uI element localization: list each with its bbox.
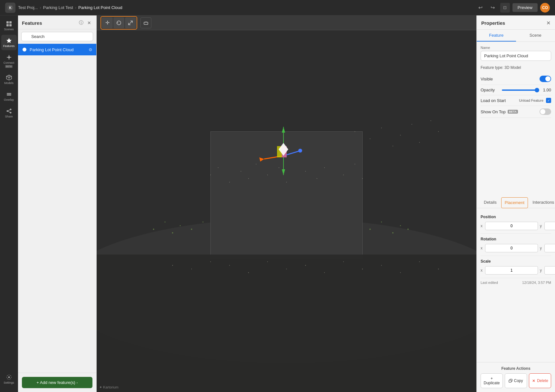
undo-button[interactable]: ↩ <box>476 3 485 13</box>
properties-tabs: Feature Scene <box>477 30 555 42</box>
sidebar-item-share[interactable]: Share <box>1 105 17 121</box>
name-label: Name <box>481 46 551 50</box>
name-section: Name <box>481 46 551 61</box>
svg-point-26 <box>419 142 420 143</box>
feature-actions: Feature Actions + Duplicate Copy Delete <box>477 362 555 392</box>
svg-point-7 <box>8 56 10 58</box>
opacity-row: Opacity 1.00 <box>481 85 551 95</box>
svg-point-58 <box>400 272 401 273</box>
svg-point-22 <box>355 131 355 132</box>
copy-button[interactable]: Copy <box>505 373 527 388</box>
preview-button[interactable]: Preview <box>512 3 538 12</box>
svg-point-48 <box>210 261 211 262</box>
sidebar-item-features[interactable]: Features <box>1 35 17 50</box>
svg-point-68 <box>381 221 382 222</box>
svg-point-46 <box>172 265 173 266</box>
pos-y-label: y <box>540 224 543 228</box>
features-bottom: + Add new feature(s) - <box>18 373 96 392</box>
add-feature-button[interactable]: + Add new feature(s) - <box>22 377 92 388</box>
beta-badge-connect: BETA <box>5 65 13 68</box>
svg-point-25 <box>400 135 401 135</box>
show-on-top-toggle[interactable] <box>540 108 551 115</box>
name-input[interactable] <box>481 51 551 61</box>
viewport-canvas[interactable]: ✦ Kartorium <box>97 30 476 392</box>
layout-button[interactable]: ⊡ <box>500 3 510 13</box>
svg-point-24 <box>381 127 382 128</box>
placement-sub-tabs: Details Placement Interactions <box>477 197 555 208</box>
rotation-x-input[interactable] <box>485 244 538 252</box>
subtab-placement[interactable]: Placement <box>501 197 528 208</box>
visible-label: Visible <box>481 77 493 81</box>
rotation-y-input[interactable] <box>544 244 555 252</box>
rotate-tool-button[interactable] <box>113 17 124 28</box>
feature-settings-icon[interactable]: ⚙ <box>89 47 92 52</box>
scale-y-input[interactable] <box>544 266 555 275</box>
svg-point-27 <box>438 131 439 132</box>
subtab-details[interactable]: Details <box>481 197 500 208</box>
tab-feature[interactable]: Feature <box>477 30 516 42</box>
scale-x-label: x <box>481 268 484 273</box>
breadcrumb-project[interactable]: Test Proj... <box>18 5 38 10</box>
subtab-interactions[interactable]: Interactions <box>529 197 555 208</box>
visible-toggle[interactable] <box>540 76 551 82</box>
delete-button[interactable]: Delete <box>529 373 551 388</box>
sidebar-item-settings[interactable]: Settings <box>1 371 17 387</box>
show-on-top-beta-badge: BETA <box>508 110 518 114</box>
svg-point-23 <box>370 138 370 139</box>
redo-button[interactable]: ↪ <box>488 3 498 13</box>
sidebar-item-scenes[interactable]: Scenes <box>1 18 17 33</box>
svg-point-49 <box>229 265 230 266</box>
svg-point-31 <box>210 175 211 175</box>
properties-close-button[interactable]: ✕ <box>546 20 550 26</box>
svg-point-52 <box>286 269 287 269</box>
last-edited-label: Last edited <box>481 281 498 285</box>
sidebar-label-scenes: Scenes <box>4 28 14 31</box>
svg-line-15 <box>8 111 10 112</box>
svg-rect-83 <box>509 380 511 382</box>
placement-content: Position x y z Rotation x y z Scale <box>477 208 555 362</box>
duplicate-button[interactable]: + Duplicate <box>481 373 503 388</box>
eraser-tool-button[interactable] <box>140 17 151 28</box>
tab-scene[interactable]: Scene <box>516 30 555 42</box>
position-x-input[interactable] <box>485 222 538 230</box>
svg-point-63 <box>172 232 173 233</box>
svg-point-57 <box>381 265 382 266</box>
svg-point-50 <box>248 272 249 273</box>
svg-point-11 <box>10 109 11 110</box>
properties-content: Name Feature type: 3D Model Visible Opac… <box>477 42 555 197</box>
pos-x-label: x <box>481 224 484 228</box>
features-info-button[interactable]: ⓘ <box>78 19 85 26</box>
svg-rect-3 <box>9 21 12 23</box>
scale-section: Scale x y z <box>481 256 551 278</box>
sidebar-item-overlay[interactable]: Overlay <box>1 89 17 104</box>
search-input[interactable] <box>21 32 93 41</box>
opacity-slider[interactable] <box>502 89 539 91</box>
scale-x-input[interactable] <box>485 266 538 275</box>
avatar[interactable]: CO <box>540 3 550 13</box>
visible-toggle-knob <box>545 76 550 81</box>
scale-tool-button[interactable] <box>125 17 136 28</box>
svg-point-70 <box>400 225 401 226</box>
unload-feature-label: Unload Feature <box>519 98 543 102</box>
point-cloud-scene: ✦ Kartorium <box>97 30 476 392</box>
feature-list-item[interactable]: Parking Lot Point Cloud ⚙ <box>18 44 96 55</box>
position-fields: x y z <box>481 222 551 230</box>
sidebar-item-models[interactable]: Models <box>1 72 17 87</box>
toolbar-transform-group: ✛ <box>100 16 137 30</box>
move-tool-button[interactable]: ✛ <box>102 17 113 28</box>
breadcrumb: Test Proj... › Parking Lot Test › Parkin… <box>18 5 122 10</box>
breadcrumb-scene[interactable]: Parking Lot Test <box>43 5 73 10</box>
position-y-input[interactable] <box>544 222 555 230</box>
rot-y-label: y <box>540 246 543 250</box>
position-title: Position <box>481 215 551 219</box>
sidebar-item-connect[interactable]: Connect BETA <box>1 51 17 70</box>
rotation-section: Rotation x y z <box>481 234 551 256</box>
svg-point-71 <box>407 229 409 230</box>
last-edited-row: Last edited 12/18/24, 3:57 PM <box>481 278 551 287</box>
scale-fields: x y z <box>481 266 551 275</box>
svg-point-55 <box>343 261 344 262</box>
scale-y-label: y <box>540 268 543 273</box>
features-close-button[interactable]: ✕ <box>86 19 92 26</box>
features-panel: Features ⓘ ✕ 🔍 Parking Lot Point Cloud ⚙… <box>18 15 97 392</box>
load-on-start-checkbox[interactable]: ✓ <box>546 98 551 103</box>
